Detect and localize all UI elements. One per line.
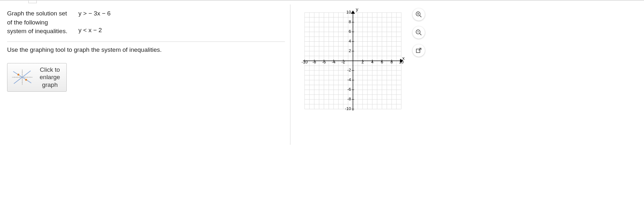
- svg-text:2: 2: [349, 48, 351, 53]
- popout-button[interactable]: [413, 44, 425, 57]
- prompt-line1: Graph the solution set: [7, 10, 67, 17]
- svg-text:10: 10: [346, 10, 351, 14]
- svg-text:-6: -6: [347, 87, 351, 92]
- svg-line-107: [420, 33, 422, 35]
- enlarge-line3: graph: [42, 81, 58, 88]
- svg-text:6: 6: [381, 60, 383, 64]
- enlarge-line2: enlarge: [40, 74, 60, 80]
- svg-text:6: 6: [349, 29, 351, 34]
- svg-text:-6: -6: [322, 60, 326, 64]
- zoom-out-icon: [415, 29, 422, 36]
- enlarge-graph-button[interactable]: Click to enlarge graph: [7, 63, 67, 92]
- question-block: Graph the solution set of the following …: [7, 9, 285, 42]
- svg-text:2: 2: [361, 60, 364, 64]
- y-axis-label: y: [356, 6, 358, 12]
- enlarge-line1: Click to: [40, 66, 60, 73]
- svg-text:4: 4: [371, 60, 373, 64]
- graph-thumbnail-icon: [11, 68, 34, 86]
- svg-point-14: [17, 74, 19, 76]
- instruction-text: Use the graphing tool to graph the syste…: [7, 42, 285, 53]
- zoom-in-button[interactable]: [413, 8, 425, 21]
- svg-text:-2: -2: [341, 60, 345, 64]
- svg-text:8: 8: [349, 19, 351, 24]
- zoom-in-icon: [415, 11, 422, 18]
- prompt-line2: of the following: [7, 19, 48, 26]
- svg-text:-10: -10: [345, 106, 351, 111]
- zoom-out-button[interactable]: [413, 26, 425, 39]
- svg-text:-10: -10: [302, 60, 308, 64]
- svg-text:4: 4: [349, 39, 351, 43]
- prompt-line3: system of inequalities.: [7, 28, 67, 34]
- inequality-2: y < x − 2: [78, 26, 111, 35]
- svg-marker-61: [351, 11, 355, 14]
- svg-line-103: [420, 15, 422, 17]
- svg-text:-8: -8: [347, 97, 351, 101]
- svg-text:8: 8: [390, 60, 393, 64]
- x-axis-label: x: [402, 55, 405, 61]
- inequality-1: y > − 3x − 6: [78, 9, 111, 18]
- coordinate-graph[interactable]: y x -10-8-6-4-2246810 -10-8-6-4-2246810: [300, 8, 409, 116]
- svg-text:-4: -4: [332, 60, 336, 64]
- svg-text:-4: -4: [347, 77, 351, 82]
- popout-icon: [415, 47, 422, 54]
- svg-point-15: [25, 79, 27, 81]
- svg-text:-2: -2: [347, 68, 351, 72]
- tab-stub: [28, 0, 37, 3]
- svg-text:-8: -8: [312, 60, 316, 64]
